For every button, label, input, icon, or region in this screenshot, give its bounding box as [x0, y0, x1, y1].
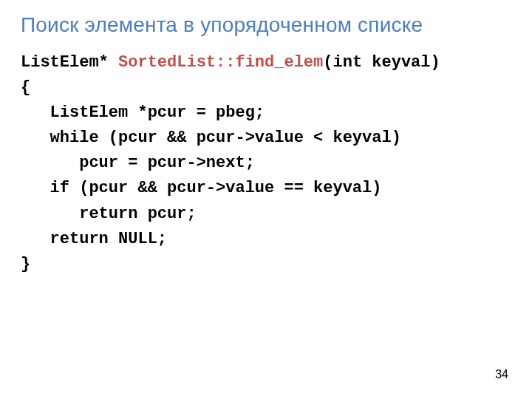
- code-line-3: ListElem *pcur = pbeg;: [21, 103, 265, 122]
- code-line-8: return NULL;: [21, 230, 167, 248]
- code-line-5: pcur = pcur->next;: [21, 154, 255, 172]
- code-line-7: return pcur;: [21, 205, 197, 223]
- code-line-4: while (pcur && pcur->value < keyval): [21, 129, 401, 147]
- code-line-9: }: [21, 255, 30, 273]
- slide: Поиск элемента в упорядоченном списке Li…: [0, 0, 532, 399]
- code-highlight-fnname: SortedList::find_elem: [118, 53, 323, 72]
- code-line-2: {: [21, 78, 30, 97]
- code-line-6: if (pcur && pcur->value == keyval): [21, 179, 381, 197]
- code-line-1a: ListElem*: [21, 53, 118, 72]
- slide-title: Поиск элемента в упорядоченном списке: [21, 13, 511, 37]
- page-number: 34: [495, 368, 508, 381]
- code-block: ListElem* SortedList::find_elem(int keyv…: [21, 50, 511, 277]
- code-line-1c: (int keyval): [323, 53, 440, 72]
